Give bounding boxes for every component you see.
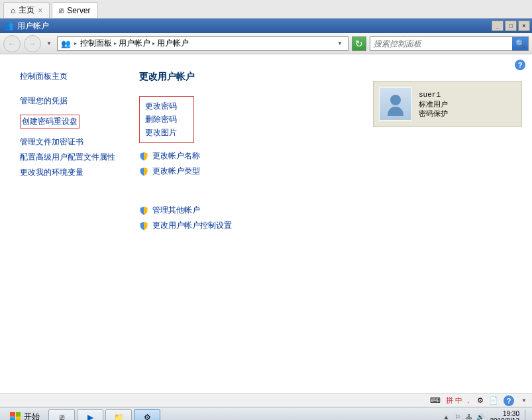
ime-item[interactable]: 中 <box>455 395 462 405</box>
breadcrumb-item[interactable]: 用户帐户 <box>157 38 189 49</box>
sidebar-title[interactable]: 控制面板主页 <box>20 71 119 82</box>
taskbar-control-panel[interactable]: ⚙ <box>134 409 160 421</box>
window-controls: _ □ × <box>492 21 530 31</box>
users-icon: 👥 <box>4 21 14 30</box>
ime-tool-icon[interactable]: ⚙ <box>477 396 484 405</box>
shield-icon <box>139 152 148 161</box>
tab-label: Server <box>67 6 90 15</box>
system-tray: ▲ ⚐ 🖧 🔊 <box>442 413 485 421</box>
server-icon: ⎚ <box>59 6 64 15</box>
back-button[interactable]: ← <box>3 35 21 52</box>
flag-icon[interactable]: ⚐ <box>453 413 462 421</box>
search-icon: 🔍 <box>515 39 525 48</box>
search-button[interactable]: 🔍 <box>512 37 528 50</box>
ime-section: 拼 中 ， <box>446 395 472 405</box>
highlighted-action-box: 更改密码 删除密码 更改图片 <box>139 96 194 143</box>
forward-button[interactable]: → <box>24 35 41 52</box>
tab-label: 主页 <box>19 5 34 16</box>
action-change-account-type[interactable]: 更改帐户类型 <box>139 166 519 177</box>
action-change-account-name[interactable]: 更改帐户名称 <box>139 150 519 162</box>
taskbar-explorer[interactable]: 📁 <box>105 409 132 421</box>
window-title-bar: 👥 用户帐户 _ □ × <box>0 19 532 33</box>
chevron-right-icon: ▸ <box>114 40 117 46</box>
action-delete-password[interactable]: 删除密码 <box>145 114 177 125</box>
control-panel-icon: ⚙ <box>144 413 151 421</box>
chevron-right-icon: ▸ <box>152 40 155 46</box>
refresh-icon: ↻ <box>355 38 363 49</box>
powershell-icon: ▶ <box>87 413 93 421</box>
status-bar: ⌨ 拼 中 ， ⚙ 📄 ? ▼ <box>0 394 532 407</box>
taskbar-server-manager[interactable]: ⎚ <box>48 409 75 421</box>
arrow-left-icon: ← <box>8 39 16 48</box>
search-box: 🔍 <box>370 36 529 51</box>
maximize-button[interactable]: □ <box>505 21 517 31</box>
shield-icon <box>139 167 148 176</box>
arrow-right-icon: → <box>28 39 36 48</box>
chevron-right-icon: ▸ <box>74 40 77 46</box>
chevron-down-icon[interactable]: ▼ <box>519 397 529 403</box>
avatar <box>379 87 412 121</box>
main-area: 更改用户帐户 更改密码 删除密码 更改图片 更改帐户名称 更改帐户类型 管理其他… <box>133 54 532 394</box>
sidebar-link-credentials[interactable]: 管理您的凭据 <box>20 95 119 107</box>
sidebar: 控制面板主页 管理您的凭据 创建密码重设盘 管理文件加密证书 配置高级用户配置文… <box>0 54 133 394</box>
ime-keyboard-icon[interactable]: ⌨ <box>430 396 441 405</box>
action-manage-other-accounts[interactable]: 管理其他帐户 <box>139 205 519 216</box>
window-title: 用户帐户 <box>17 21 49 32</box>
sidebar-link-env-vars[interactable]: 更改我的环境变量 <box>20 167 119 178</box>
search-input[interactable] <box>370 39 512 48</box>
folder-icon: 📁 <box>114 413 124 421</box>
sidebar-link-password-reset-disk[interactable]: 创建密码重设盘 <box>20 115 80 129</box>
svg-point-0 <box>390 95 401 105</box>
action-change-picture[interactable]: 更改图片 <box>145 127 177 138</box>
close-icon[interactable]: × <box>38 6 42 15</box>
clock[interactable]: 19:30 2019/8/13 <box>490 410 520 421</box>
breadcrumb-item[interactable]: 用户帐户 <box>119 38 150 49</box>
action-label: 更改用户帐户控制设置 <box>152 220 232 231</box>
action-change-uac-settings[interactable]: 更改用户帐户控制设置 <box>139 220 519 231</box>
start-label: 开始 <box>24 411 40 420</box>
address-dropdown[interactable]: ▼ <box>335 40 345 46</box>
user-card: suer1 标准用户 密码保护 <box>373 81 522 127</box>
minimize-button[interactable]: _ <box>492 21 504 31</box>
network-icon[interactable]: 🖧 <box>464 413 474 421</box>
server-icon: ⎚ <box>60 413 64 421</box>
taskbar-powershell[interactable]: ▶ <box>77 409 103 421</box>
volume-icon[interactable]: 🔊 <box>476 413 485 421</box>
breadcrumb: 控制面板 ▸ 用户帐户 ▸ 用户帐户 <box>80 38 189 49</box>
address-bar[interactable]: 👥 ▸ 控制面板 ▸ 用户帐户 ▸ 用户帐户 ▼ <box>57 36 348 51</box>
user-protection: 密码保护 <box>419 109 448 118</box>
home-icon: ⌂ <box>11 6 15 15</box>
taskbar: 开始 ⎚ ▶ 📁 ⚙ ▲ ⚐ 🖧 🔊 19:30 2019/8/13 <box>0 407 532 420</box>
windows-logo-icon <box>10 412 21 421</box>
close-button[interactable]: × <box>518 21 530 31</box>
tab-server[interactable]: ⎚ Server <box>52 2 97 18</box>
help-button[interactable]: ? <box>504 395 514 406</box>
user-info: suer1 标准用户 密码保护 <box>419 90 448 119</box>
users-icon: 👥 <box>61 39 71 48</box>
date-label: 2019/8/13 <box>490 417 520 421</box>
user-name: suer1 <box>419 90 448 99</box>
shield-icon <box>139 221 148 231</box>
action-change-password[interactable]: 更改密码 <box>145 101 177 112</box>
ime-icon[interactable]: 拼 <box>446 395 453 405</box>
content-area: ? 控制面板主页 管理您的凭据 创建密码重设盘 管理文件加密证书 配置高级用户配… <box>0 54 532 394</box>
app-tabs-bar: ⌂ 主页 × ⎚ Server <box>0 0 532 19</box>
navigation-toolbar: ← → ▼ 👥 ▸ 控制面板 ▸ 用户帐户 ▸ 用户帐户 ▼ ↻ 🔍 <box>0 33 532 54</box>
refresh-button[interactable]: ↻ <box>352 36 366 51</box>
tab-home[interactable]: ⌂ 主页 × <box>3 2 50 18</box>
shield-icon <box>139 206 148 215</box>
tray-expand-icon[interactable]: ▲ <box>442 413 451 421</box>
sidebar-link-advanced-profile[interactable]: 配置高级用户配置文件属性 <box>20 152 119 163</box>
ime-tool-icon[interactable]: 📄 <box>489 396 498 405</box>
ime-item[interactable]: ， <box>464 395 472 405</box>
user-type: 标准用户 <box>419 99 448 109</box>
action-label: 更改帐户类型 <box>152 166 200 177</box>
start-button[interactable]: 开始 <box>3 409 46 421</box>
show-desktop-button[interactable] <box>525 409 529 421</box>
action-label: 管理其他帐户 <box>152 205 200 216</box>
sidebar-link-encryption-cert[interactable]: 管理文件加密证书 <box>20 136 119 148</box>
breadcrumb-item[interactable]: 控制面板 <box>80 38 112 49</box>
action-label: 更改帐户名称 <box>152 150 200 162</box>
time-label: 19:30 <box>490 410 520 417</box>
history-dropdown[interactable]: ▼ <box>44 40 54 46</box>
